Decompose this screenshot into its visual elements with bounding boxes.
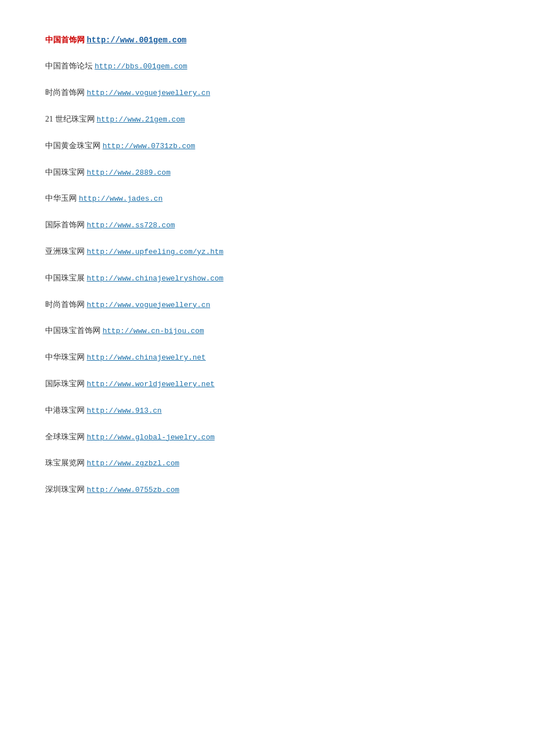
list-item: 珠宝展览网 http://www.zgzbzl.com — [45, 457, 489, 470]
content-list: 中国首饰网 http://www.001gem.com中国首饰论坛 http:/… — [45, 34, 489, 496]
entry-link[interactable]: http://www.upfeeling.com/yz.htm — [87, 248, 224, 256]
entry-link[interactable]: http://www.ss728.com — [87, 221, 175, 230]
entry-link[interactable]: http://www.voguejewellery.cn — [87, 301, 210, 309]
entry-link[interactable]: http://www.cn-bijou.com — [103, 327, 204, 335]
list-item: 中国珠宝网 http://www.2889.com — [45, 166, 489, 179]
entry-link[interactable]: http://www.2889.com — [87, 169, 171, 177]
list-item: 中港珠宝网 http://www.913.cn — [45, 404, 489, 417]
entry-link[interactable]: http://www.voguejewellery.cn — [87, 89, 210, 97]
entry-label: 深圳珠宝网 — [45, 485, 87, 494]
list-item: 中华玉网 http://www.jades.cn — [45, 192, 489, 205]
entry-label: 时尚首饰网 — [45, 300, 87, 309]
list-item: 中国珠宝展 http://www.chinajewelryshow.com — [45, 272, 489, 285]
entry-label: 国际首饰网 — [45, 221, 87, 229]
entry-label: 21 世纪珠宝网 — [45, 115, 97, 123]
list-item: 时尚首饰网 http://www.voguejewellery.cn — [45, 299, 489, 312]
entry-label: 中国珠宝首饰网 — [45, 326, 103, 335]
list-item: 中国黄金珠宝网 http://www.0731zb.com — [45, 140, 489, 153]
entry-label: 中国黄金珠宝网 — [45, 141, 103, 150]
entry-link[interactable]: http://www.001gem.com — [87, 36, 186, 45]
entry-link[interactable]: http://bbs.001gem.com — [95, 62, 188, 71]
entry-label: 中国首饰网 — [45, 36, 87, 44]
entry-label: 中华珠宝网 — [45, 353, 87, 361]
list-item: 时尚首饰网 http://www.voguejewellery.cn — [45, 87, 489, 100]
entry-label: 中国首饰论坛 — [45, 62, 95, 70]
entry-link[interactable]: http://www.worldjewellery.net — [87, 380, 215, 388]
entry-label: 中港珠宝网 — [45, 406, 87, 414]
list-item: 亚洲珠宝网 http://www.upfeeling.com/yz.htm — [45, 245, 489, 258]
entry-link[interactable]: http://www.jades.cn — [79, 195, 163, 203]
entry-link[interactable]: http://www.0731zb.com — [103, 142, 196, 150]
entry-label: 中国珠宝网 — [45, 168, 87, 176]
entry-label: 亚洲珠宝网 — [45, 247, 87, 256]
list-item: 中国珠宝首饰网 http://www.cn-bijou.com — [45, 325, 489, 338]
list-item: 国际珠宝网 http://www.worldjewellery.net — [45, 378, 489, 391]
entry-link[interactable]: http://www.0755zb.com — [87, 486, 180, 494]
list-item: 深圳珠宝网 http://www.0755zb.com — [45, 483, 489, 496]
entry-label: 珠宝展览网 — [45, 459, 87, 467]
list-item: 中国首饰网 http://www.001gem.com — [45, 34, 489, 46]
list-item: 21 世纪珠宝网 http://www.21gem.com — [45, 113, 489, 126]
entry-link[interactable]: http://www.21gem.com — [97, 115, 185, 124]
entry-label: 全球珠宝网 — [45, 433, 87, 441]
list-item: 全球珠宝网 http://www.global-jewelry.com — [45, 431, 489, 444]
entry-label: 中华玉网 — [45, 194, 79, 202]
list-item: 国际首饰网 http://www.ss728.com — [45, 219, 489, 232]
list-item: 中国首饰论坛 http://bbs.001gem.com — [45, 60, 489, 73]
entry-link[interactable]: http://www.zgzbzl.com — [87, 459, 180, 468]
entry-label: 中国珠宝展 — [45, 274, 87, 282]
entry-link[interactable]: http://www.chinajewelryshow.com — [87, 274, 224, 283]
entry-link[interactable]: http://www.913.cn — [87, 407, 162, 415]
entry-link[interactable]: http://www.global-jewelry.com — [87, 433, 215, 442]
list-item: 中华珠宝网 http://www.chinajewelry.net — [45, 351, 489, 364]
entry-label: 时尚首饰网 — [45, 88, 87, 97]
entry-link[interactable]: http://www.chinajewelry.net — [87, 353, 206, 362]
entry-label: 国际珠宝网 — [45, 379, 87, 388]
